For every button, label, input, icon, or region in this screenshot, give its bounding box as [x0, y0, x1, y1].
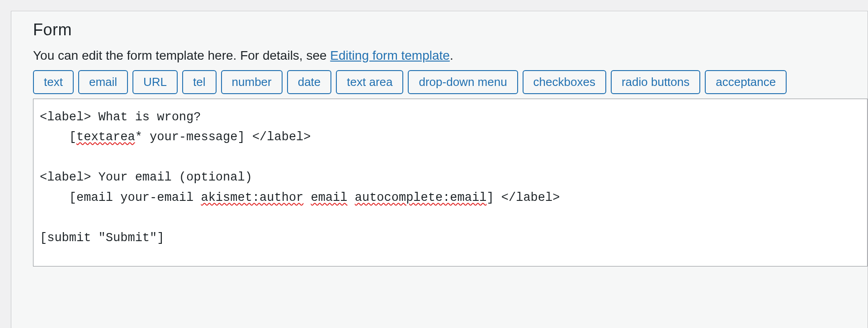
- tag-btn-url[interactable]: URL: [132, 70, 178, 94]
- helper-suffix: .: [450, 48, 453, 62]
- form-template-editor[interactable]: <label> What is wrong? [textarea* your-m…: [33, 99, 868, 267]
- form-editor-panel: Form You can edit the form template here…: [11, 11, 868, 328]
- tag-generator-toolbar: text email URL tel number date text area…: [33, 70, 868, 94]
- tag-btn-radio[interactable]: radio buttons: [611, 70, 700, 94]
- tag-btn-textarea[interactable]: text area: [336, 70, 403, 94]
- tag-btn-text[interactable]: text: [33, 70, 74, 94]
- helper-text: You can edit the form template here. For…: [33, 48, 868, 63]
- section-title: Form: [33, 20, 868, 39]
- tag-btn-dropdown[interactable]: drop-down menu: [408, 70, 518, 94]
- tag-btn-number[interactable]: number: [221, 70, 283, 94]
- helper-prefix: You can edit the form template here. For…: [33, 48, 330, 62]
- tag-btn-acceptance[interactable]: acceptance: [705, 70, 787, 94]
- tag-btn-email[interactable]: email: [78, 70, 128, 94]
- tag-btn-tel[interactable]: tel: [182, 70, 216, 94]
- tag-btn-date[interactable]: date: [287, 70, 332, 94]
- editing-form-template-link[interactable]: Editing form template: [330, 48, 450, 62]
- tag-btn-checkboxes[interactable]: checkboxes: [523, 70, 606, 94]
